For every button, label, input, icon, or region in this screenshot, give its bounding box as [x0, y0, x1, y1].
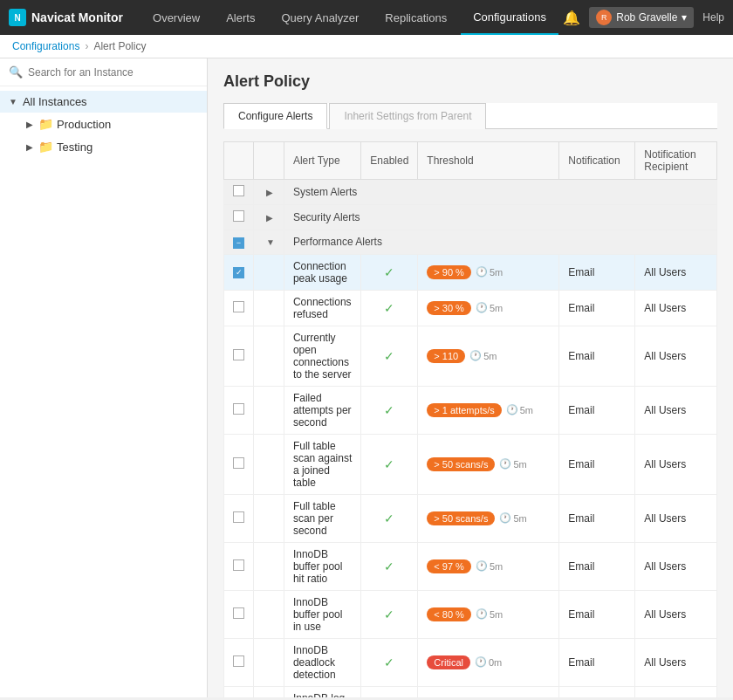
help-button[interactable]: Help	[702, 11, 724, 24]
clock-icon: 🕐	[499, 512, 511, 524]
row-expand-cell	[254, 290, 284, 326]
top-navigation: N Navicat Monitor Overview Alerts Query …	[0, 0, 733, 35]
breadcrumb-current: Alert Policy	[93, 40, 146, 52]
row-alert-name: InnoDB buffer pool hit ratio	[284, 542, 360, 590]
row-checkbox[interactable]	[233, 403, 244, 415]
row-recipient: All Users	[635, 326, 717, 386]
row-recipient: All Users	[635, 590, 717, 638]
nav-alerts[interactable]: Alerts	[214, 0, 267, 35]
row-enabled: ✓	[361, 386, 418, 434]
col-checkbox	[224, 142, 254, 180]
row-checkbox[interactable]	[233, 457, 244, 469]
section-expand-cell[interactable]: ▶	[254, 180, 284, 205]
expand-testing-icon: ▶	[26, 142, 33, 152]
section-checkbox-cell[interactable]: −	[224, 230, 254, 255]
tab-configure-alerts[interactable]: Configure Alerts	[223, 103, 327, 129]
threshold-badge: > 90 %	[427, 265, 471, 279]
nav-right-section: 🔔 R Rob Gravelle ▾ Help	[563, 7, 724, 28]
sidebar-item-production[interactable]: ▶ 📁 Production	[17, 113, 207, 135]
nav-configurations[interactable]: Configurations	[461, 0, 558, 35]
row-checkbox-cell[interactable]	[224, 638, 254, 686]
clock-icon: 🕐	[476, 266, 488, 278]
row-alert-name: Connections refused	[284, 290, 360, 326]
enabled-checkmark: ✓	[384, 607, 394, 621]
row-recipient: All Users	[635, 686, 717, 697]
section-checkbox-cell[interactable]	[224, 205, 254, 230]
section-checkbox[interactable]	[233, 185, 244, 196]
row-recipient: All Users	[635, 494, 717, 542]
row-checkbox[interactable]: ✓	[233, 267, 244, 278]
enabled-checkmark: ✓	[384, 403, 394, 417]
breadcrumb-parent[interactable]: Configurations	[12, 40, 79, 52]
section-expand-icon[interactable]: ▶	[266, 188, 273, 197]
section-name: System Alerts	[284, 180, 716, 205]
nav-overview[interactable]: Overview	[140, 0, 212, 35]
section-checkbox[interactable]	[233, 210, 244, 222]
row-checkbox-cell[interactable]	[224, 434, 254, 494]
logo-icon: N	[9, 9, 26, 26]
user-menu-button[interactable]: R Rob Gravelle ▾	[589, 7, 694, 28]
clock-icon: 🕐	[476, 560, 488, 572]
row-enabled: ✓	[361, 494, 418, 542]
enabled-checkmark: ✓	[384, 559, 394, 573]
row-expand-cell	[254, 590, 284, 638]
notifications-bell-icon[interactable]: 🔔	[563, 10, 580, 26]
nav-query-analyzer[interactable]: Query Analyzer	[269, 0, 371, 35]
row-threshold: < 80 % 🕐5m	[418, 590, 559, 638]
row-checkbox[interactable]	[233, 511, 244, 523]
enabled-checkmark: ✓	[384, 511, 394, 525]
section-expand-icon[interactable]: ▶	[266, 213, 273, 223]
table-row: InnoDB buffer pool hit ratio ✓ < 97 % 🕐5…	[224, 542, 717, 590]
clock-icon: 🕐	[499, 458, 511, 470]
nav-menu: Overview Alerts Query Analyzer Replicati…	[140, 0, 563, 35]
alert-table: Alert Type Enabled Threshold Notificatio…	[223, 141, 717, 697]
time-badge: 🕐5m	[499, 512, 526, 524]
threshold-badge: > 1 %	[427, 697, 465, 698]
clock-icon: 🕐	[475, 656, 487, 668]
row-threshold: > 1 % 🕐5m	[418, 686, 559, 697]
table-row: Failed attempts per second ✓ > 1 attempt…	[224, 386, 717, 434]
nav-replications[interactable]: Replications	[373, 0, 459, 35]
search-input[interactable]	[28, 66, 198, 79]
clock-icon: 🕐	[506, 404, 518, 415]
section-checkbox[interactable]: −	[233, 237, 244, 249]
time-badge: 🕐5m	[476, 560, 503, 572]
row-checkbox[interactable]	[233, 349, 244, 360]
row-checkbox-cell[interactable]	[224, 494, 254, 542]
threshold-badge: > 110	[427, 349, 465, 363]
main-layout: 🔍 ▼ All Instances ▶ 📁 Production ▶ 📁 Tes…	[0, 58, 733, 697]
section-expand-cell[interactable]: ▼	[254, 230, 284, 255]
production-label: Production	[57, 118, 111, 131]
row-recipient: All Users	[635, 434, 717, 494]
row-notification: Email	[559, 254, 635, 290]
row-checkbox[interactable]	[233, 301, 244, 312]
section-expand-cell[interactable]: ▶	[254, 205, 284, 230]
sidebar-item-all-instances[interactable]: ▼ All Instances	[0, 91, 207, 113]
section-checkbox-cell[interactable]	[224, 180, 254, 205]
threshold-badge: Critical	[427, 655, 470, 669]
row-checkbox-cell[interactable]	[224, 686, 254, 697]
section-expand-icon[interactable]: ▼	[266, 237, 275, 247]
row-alert-name: Currently open connections to the server	[284, 326, 360, 386]
row-checkbox-cell[interactable]	[224, 386, 254, 434]
threshold-badge: > 1 attempts/s	[427, 403, 501, 417]
main-content: Alert Policy Configure Alerts Inherit Se…	[208, 58, 733, 697]
row-threshold: < 97 % 🕐5m	[418, 542, 559, 590]
row-checkbox-cell[interactable]	[224, 326, 254, 386]
enabled-checkmark: ✓	[384, 349, 394, 363]
tab-inherit-settings[interactable]: Inherit Settings from Parent	[329, 103, 486, 129]
row-checkbox-cell[interactable]	[224, 290, 254, 326]
row-checkbox-cell[interactable]	[224, 542, 254, 590]
row-checkbox-cell[interactable]: ✓	[224, 254, 254, 290]
row-checkbox[interactable]	[233, 559, 244, 571]
clock-icon: 🕐	[476, 302, 488, 313]
row-expand-cell	[254, 686, 284, 697]
sidebar-item-testing[interactable]: ▶ 📁 Testing	[17, 135, 207, 158]
row-checkbox-cell[interactable]	[224, 590, 254, 638]
table-row: InnoDB buffer pool in use ✓ < 80 % 🕐5m E…	[224, 590, 717, 638]
row-alert-name: Connection peak usage	[284, 254, 360, 290]
row-checkbox[interactable]	[233, 607, 244, 619]
expand-all-instances-icon: ▼	[9, 97, 17, 106]
row-checkbox[interactable]	[233, 655, 244, 667]
row-checkbox[interactable]	[233, 697, 244, 698]
